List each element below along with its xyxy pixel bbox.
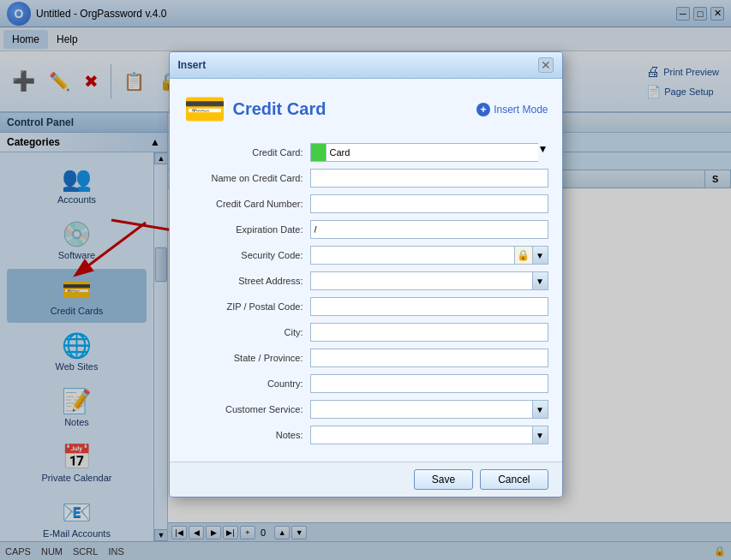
dialog-footer: Save Cancel	[170, 462, 562, 497]
modal-overlay: Insert ✕ 💳 Credit Card + Insert Mode Cre…	[0, 0, 731, 560]
country-input[interactable]	[310, 374, 548, 393]
insert-dialog: Insert ✕ 💳 Credit Card + Insert Mode Cre…	[169, 51, 563, 497]
form-row-customer-service: Customer Service: ▼	[183, 400, 548, 419]
credit-card-dropdown-btn[interactable]: ▼	[538, 143, 548, 162]
security-dropdown-btn[interactable]: ▼	[533, 246, 548, 265]
card-number-input[interactable]	[310, 194, 548, 213]
name-on-card-input[interactable]	[310, 169, 548, 188]
customer-service-label: Customer Service:	[183, 404, 310, 414]
credit-card-icon: 💳	[183, 89, 226, 129]
customer-service-input[interactable]	[310, 400, 533, 419]
form-row-state: State / Province:	[183, 349, 548, 367]
street-field: ▼	[310, 271, 548, 290]
state-input[interactable]	[310, 349, 548, 367]
city-input[interactable]	[310, 323, 548, 342]
dialog-header: 💳 Credit Card + Insert Mode	[183, 89, 548, 129]
notes-dropdown-btn[interactable]: ▼	[533, 426, 548, 444]
expiration-input[interactable]	[310, 220, 548, 239]
dialog-titlebar: Insert ✕	[170, 52, 562, 79]
form-row-city: City:	[183, 323, 548, 342]
insert-mode-plus-icon: +	[476, 103, 490, 116]
dialog-cancel-button[interactable]: Cancel	[480, 469, 548, 490]
security-lock-icon[interactable]: 🔒	[514, 246, 533, 265]
expiration-label: Expiration Date:	[183, 224, 310, 235]
security-code-input[interactable]	[310, 246, 514, 265]
credit-card-select[interactable]: ▼	[310, 143, 548, 162]
form-row-zip: ZIP / Postal Code:	[183, 297, 548, 316]
form-row-security: Security Code: 🔒 ▼	[183, 246, 548, 265]
card-number-label: Credit Card Number:	[183, 199, 310, 209]
form-row-expiration: Expiration Date:	[183, 220, 548, 239]
dialog-title: Insert	[178, 59, 207, 71]
country-label: Country:	[183, 378, 310, 389]
form-row-notes: Notes: ▼	[183, 426, 548, 444]
notes-field: ▼	[310, 426, 548, 444]
city-label: City:	[183, 327, 310, 337]
credit-card-input[interactable]	[326, 143, 538, 162]
notes-input[interactable]	[310, 426, 533, 444]
form-row-country: Country:	[183, 374, 548, 393]
insert-mode-button[interactable]: + Insert Mode	[476, 103, 548, 116]
dialog-card-title: Credit Card	[233, 99, 327, 119]
security-field: 🔒 ▼	[310, 246, 548, 265]
green-indicator	[310, 143, 326, 162]
state-label: State / Province:	[183, 353, 310, 363]
street-dropdown-btn[interactable]: ▼	[533, 271, 548, 290]
form-row-credit-card: Credit Card: ▼	[183, 143, 548, 162]
name-on-card-label: Name on Credit Card:	[183, 173, 310, 183]
zip-input[interactable]	[310, 297, 548, 316]
form-row-name: Name on Credit Card:	[183, 169, 548, 188]
dialog-close-button[interactable]: ✕	[538, 57, 554, 73]
notes-label: Notes:	[183, 430, 310, 440]
zip-label: ZIP / Postal Code:	[183, 301, 310, 312]
dialog-content: 💳 Credit Card + Insert Mode Credit Card:…	[170, 79, 562, 462]
credit-card-label: Credit Card:	[183, 147, 310, 158]
form-row-card-number: Credit Card Number:	[183, 194, 548, 213]
street-input[interactable]	[310, 271, 533, 290]
security-code-label: Security Code:	[183, 250, 310, 260]
customer-service-field: ▼	[310, 400, 548, 419]
form-row-street: Street Address: ▼	[183, 271, 548, 290]
street-address-label: Street Address:	[183, 276, 310, 286]
dialog-save-button[interactable]: Save	[414, 469, 473, 490]
customer-service-dropdown-btn[interactable]: ▼	[533, 400, 548, 419]
